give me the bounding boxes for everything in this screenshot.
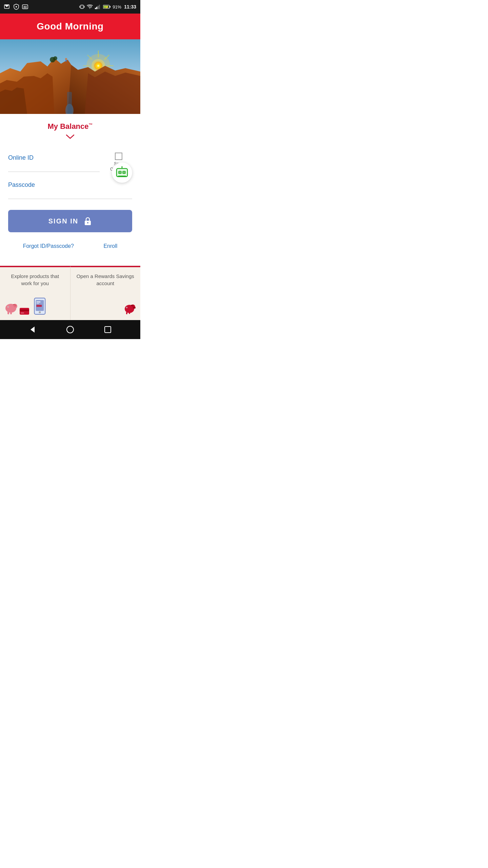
- save-id-checkbox[interactable]: [115, 153, 122, 160]
- online-id-label: Online ID: [8, 154, 100, 161]
- svg-rect-11: [95, 8, 96, 9]
- svg-rect-78: [126, 312, 127, 314]
- balance-chevron[interactable]: [5, 134, 135, 140]
- svg-text:⚡: ⚡: [105, 5, 108, 9]
- svg-rect-16: [110, 6, 111, 8]
- online-id-input[interactable]: [8, 163, 100, 172]
- hero-image: [0, 39, 140, 114]
- svg-rect-46: [117, 169, 127, 177]
- status-left-icons: [4, 4, 28, 10]
- svg-rect-14: [99, 5, 100, 9]
- hero-svg: [0, 39, 140, 114]
- svg-rect-12: [96, 7, 97, 9]
- svg-rect-4: [24, 6, 25, 7]
- svg-point-53: [121, 166, 123, 167]
- svg-rect-3: [22, 5, 28, 9]
- phone-icon: [34, 297, 46, 317]
- shield-icon: [14, 4, 19, 10]
- svg-rect-49: [119, 172, 121, 173]
- svg-marker-1: [4, 5, 9, 7]
- promo-card-2[interactable]: Open a Rewards Savings account: [70, 266, 141, 320]
- svg-rect-59: [7, 312, 9, 314]
- svg-point-81: [126, 307, 127, 308]
- status-right-icons: ⚡ 91% 11:33: [79, 4, 136, 9]
- header: Good Morning: [0, 14, 140, 39]
- bot-icon: [115, 166, 129, 179]
- passcode-label: Passcode: [8, 181, 132, 189]
- svg-rect-60: [10, 312, 12, 314]
- promo-card-1[interactable]: Explore products that work for you: [0, 266, 70, 320]
- clock: 11:33: [124, 4, 136, 9]
- balance-section[interactable]: My Balance™: [0, 114, 140, 146]
- status-bar: ⚡ 91% 11:33: [0, 0, 140, 14]
- balance-title: My Balance™: [5, 122, 135, 131]
- signal-icon: [95, 4, 101, 9]
- svg-point-70: [39, 311, 41, 313]
- svg-rect-50: [123, 172, 125, 173]
- svg-rect-5: [25, 6, 26, 7]
- svg-rect-69: [37, 305, 42, 307]
- recent-apps-button[interactable]: [100, 322, 115, 337]
- passcode-input[interactable]: [8, 190, 132, 199]
- svg-rect-44: [66, 60, 67, 62]
- svg-rect-68: [37, 303, 39, 304]
- signin-button[interactable]: SIGN IN: [8, 210, 132, 232]
- svg-point-64: [8, 307, 8, 307]
- online-id-group: Online ID: [8, 154, 100, 172]
- svg-rect-67: [37, 301, 41, 302]
- forgot-link[interactable]: Forgot ID/Passcode?: [23, 243, 74, 249]
- piggy-icon-2: [123, 301, 138, 317]
- robot-icon: [22, 4, 28, 9]
- vibrate-icon: [79, 4, 85, 9]
- passcode-row: Passcode: [8, 181, 132, 199]
- svg-marker-84: [30, 327, 35, 333]
- login-form: Online ID SaveOnline ID: [0, 146, 140, 265]
- svg-point-61: [14, 305, 16, 307]
- svg-rect-40: [67, 92, 72, 114]
- svg-point-42: [53, 56, 57, 60]
- svg-point-2: [16, 6, 17, 7]
- promo-card-1-title: Explore products that work for you: [5, 273, 65, 287]
- piggy-icon-1: [3, 300, 20, 317]
- svg-point-55: [87, 222, 88, 223]
- red-card-icon: [20, 308, 29, 316]
- svg-marker-38: [85, 72, 140, 114]
- svg-rect-86: [105, 327, 111, 333]
- svg-rect-83: [134, 308, 136, 308]
- svg-rect-7: [81, 5, 83, 8]
- promo-card-2-title: Open a Rewards Savings account: [76, 273, 135, 287]
- svg-rect-77: [131, 305, 133, 306]
- back-button[interactable]: [25, 322, 40, 337]
- svg-rect-73: [21, 313, 24, 313]
- battery-icon: ⚡: [103, 5, 110, 9]
- svg-point-85: [67, 326, 74, 333]
- links-row: Forgot ID/Passcode? Enroll: [8, 240, 132, 257]
- promo-cards-section: Explore products that work for you: [0, 265, 140, 320]
- svg-marker-36: [0, 87, 27, 114]
- svg-rect-51: [118, 176, 126, 177]
- lock-icon: [84, 217, 92, 225]
- bot-button[interactable]: [112, 162, 132, 183]
- svg-rect-72: [20, 310, 29, 311]
- svg-rect-13: [98, 6, 99, 9]
- svg-rect-79: [129, 312, 130, 314]
- svg-rect-62: [13, 304, 15, 305]
- bottom-nav: [0, 320, 140, 339]
- enroll-link[interactable]: Enroll: [103, 243, 117, 249]
- battery-percent: 91%: [113, 4, 121, 9]
- home-button[interactable]: [63, 322, 78, 337]
- notification-icon: [4, 4, 11, 9]
- greeting-title: Good Morning: [5, 21, 135, 32]
- wifi-icon: [87, 4, 93, 9]
